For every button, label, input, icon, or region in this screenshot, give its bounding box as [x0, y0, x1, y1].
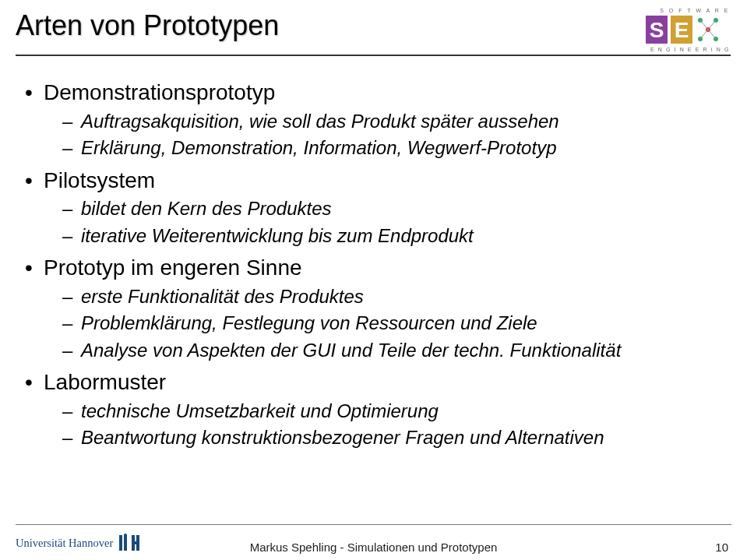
- sub-item: technische Umsetzbarkeit und Optimierung: [44, 399, 724, 424]
- slide-title: Arten von Prototypen: [16, 9, 279, 41]
- footer-center-text: Markus Spehling - Simulationen und Proto…: [0, 541, 747, 554]
- content-area: Demonstrationsprototyp Auftragsakquisiti…: [23, 78, 724, 456]
- logo-bottom-label: E N G I N E E R I N G: [650, 47, 730, 52]
- bullet-item: Demonstrationsprototyp Auftragsakquisiti…: [23, 78, 724, 161]
- footer: Universität Hannover Markus Spehling - S…: [0, 524, 747, 560]
- bullet-label: Labormuster: [44, 370, 166, 394]
- sub-list: erste Funktionalität des Produktes Probl…: [44, 284, 724, 363]
- sub-item: Beantwortung konstruktionsbezogener Frag…: [44, 425, 724, 450]
- svg-line-9: [700, 30, 708, 39]
- svg-line-10: [708, 30, 716, 39]
- title-underline: [16, 55, 731, 56]
- logo-top-label: S O F T W A R E: [660, 8, 730, 13]
- bullet-item: Pilotsystem bildet den Kern des Produkte…: [23, 166, 724, 249]
- sub-list: technische Umsetzbarkeit und Optimierung…: [44, 399, 724, 451]
- sub-item: Problemklärung, Festlegung von Ressource…: [44, 311, 724, 336]
- sub-item: Erklärung, Demonstration, Information, W…: [44, 136, 724, 160]
- bullet-label: Prototyp im engeren Sinne: [44, 255, 302, 280]
- sub-list: bildet den Kern des Produktes iterative …: [44, 196, 724, 248]
- bullet-label: Pilotsystem: [44, 168, 155, 192]
- se-logo: S O F T W A R E S E E N G I N E E R I N …: [646, 5, 731, 53]
- bullet-item: Prototyp im engeren Sinne erste Funktion…: [23, 253, 724, 363]
- footer-rule: [16, 524, 731, 525]
- svg-line-7: [700, 20, 708, 30]
- slide: Arten von Prototypen S O F T W A R E S E…: [0, 0, 747, 560]
- sub-item: bildet den Kern des Produktes: [44, 196, 724, 221]
- bullet-label: Demonstrationsprototyp: [44, 80, 275, 104]
- sub-list: Auftragsakquisition, wie soll das Produk…: [44, 109, 724, 161]
- sub-item: erste Funktionalität des Produktes: [44, 284, 724, 309]
- sub-item: Auftragsakquisition, wie soll das Produk…: [44, 109, 724, 134]
- sub-item: Analyse von Aspekten der GUI und Teile d…: [44, 338, 724, 363]
- logo-big-e: E: [675, 18, 689, 42]
- svg-line-8: [708, 20, 716, 30]
- bullet-item: Labormuster technische Umsetzbarkeit und…: [23, 368, 724, 451]
- sub-item: iterative Weiterentwicklung bis zum Endp…: [44, 224, 724, 248]
- logo-big-s: S: [650, 18, 664, 42]
- title-area: Arten von Prototypen: [16, 9, 630, 42]
- page-number: 10: [715, 541, 728, 554]
- svg-point-13: [124, 534, 127, 537]
- bullet-list: Demonstrationsprototyp Auftragsakquisiti…: [23, 78, 724, 451]
